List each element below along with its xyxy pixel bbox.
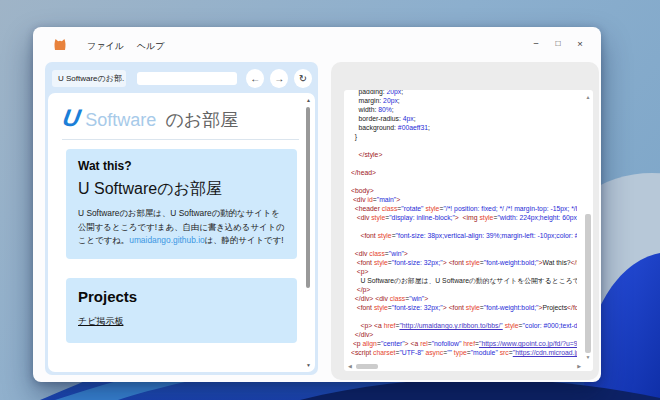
editor-hscroll-thumb[interactable]	[356, 364, 378, 369]
about-title: U Softwareのお部屋	[78, 179, 285, 200]
editor-vscrollbar[interactable]: ▲ ▼	[583, 90, 593, 362]
browser-scrollbar[interactable]: ▲ ▼	[303, 94, 314, 371]
projects-box: Projects チビ掲示板	[66, 278, 297, 343]
header-divider	[62, 139, 299, 140]
editor-scroll-up-icon[interactable]: ▲	[583, 94, 593, 100]
address-input[interactable]	[137, 72, 237, 85]
menubar: ファイル ヘルプ	[87, 40, 164, 53]
editor-vscroll-thumb[interactable]	[585, 214, 591, 353]
code-content: padding: 20px; margin: 20px; width: 80%;…	[351, 90, 577, 357]
code-line: <p align="center"> <a rel="nofollow" hre…	[351, 339, 577, 348]
projects-heading: Projects	[78, 288, 285, 305]
code-line: <p> <a href="http://umaidango.y.ribbon.t…	[351, 321, 577, 330]
browser-toolbar: U Softwareのお部. ← → ↻	[52, 66, 312, 90]
bbs-link[interactable]: チビ掲示板	[78, 315, 123, 328]
code-line: background: #00aeff31;	[351, 123, 577, 132]
about-heading: Wat this?	[78, 159, 285, 173]
code-line: <p>	[351, 267, 577, 276]
code-line: margin: 20px;	[351, 96, 577, 105]
editor-scroll-down-icon[interactable]: ▼	[583, 354, 593, 360]
code-line: </p>	[351, 285, 577, 294]
titlebar[interactable]: ファイル ヘルプ − □ ×	[33, 27, 601, 62]
code-line: </style>	[351, 150, 577, 159]
code-line: <div class="win">	[351, 249, 577, 258]
browser-scroll-thumb[interactable]	[306, 107, 310, 288]
github-link[interactable]: umaidango.github.io	[129, 235, 204, 245]
code-editor[interactable]: padding: 20px; margin: 20px; width: 80%;…	[344, 90, 593, 371]
about-text-end: は、静的サイトです!	[205, 235, 284, 245]
browser-viewport: USoftwareのお部屋 Wat this? U Softwareのお部屋 U…	[48, 93, 315, 372]
editor-scroll-right-icon[interactable]: ▶	[577, 363, 581, 369]
site-logo-suffix: のお部屋	[165, 110, 238, 130]
forward-button[interactable]: →	[270, 69, 288, 88]
close-icon[interactable]: ×	[569, 34, 591, 52]
forward-icon: →	[274, 73, 284, 84]
back-button[interactable]: ←	[246, 69, 264, 88]
code-line: width: 80%;	[351, 105, 577, 114]
scroll-up-icon[interactable]: ▲	[303, 97, 314, 103]
page-title-chip: U Softwareのお部.	[52, 70, 126, 87]
code-line	[351, 222, 577, 231]
editor-scroll-left-icon[interactable]: ◀	[348, 363, 352, 369]
code-line	[351, 312, 577, 321]
code-line	[351, 240, 577, 249]
site-header: USoftwareのお部屋	[63, 104, 299, 132]
editor-hscrollbar[interactable]: ◀ ▶	[346, 362, 583, 371]
about-box: Wat this? U Softwareのお部屋 U Softwareのお部屋は…	[66, 149, 297, 259]
code-line: border-radius: 4px;	[351, 114, 577, 123]
code-line: <font style="font-size: 32px;"> <font st…	[351, 258, 577, 267]
maximize-icon[interactable]: □	[547, 34, 569, 52]
back-icon: ←	[250, 73, 260, 84]
refresh-icon: ↻	[299, 73, 307, 84]
code-line	[351, 141, 577, 150]
code-line	[351, 159, 577, 168]
code-line: }	[351, 132, 577, 141]
code-line: <header class="rotate" style="/*! positi…	[351, 204, 577, 213]
code-line: <div style="display: inline-block;"> <im…	[351, 213, 577, 222]
code-line: <script charset="UTF-8" async="" type="m…	[351, 348, 577, 357]
menu-file[interactable]: ファイル	[87, 40, 124, 53]
code-line: <body>	[351, 186, 577, 195]
code-line: <font style="font-size: 32px;"> <font st…	[351, 303, 577, 312]
editor-panel: padding: 20px; margin: 20px; width: 80%;…	[331, 62, 599, 380]
code-line: <div id="main">	[351, 195, 577, 204]
about-paragraph: U Softwareのお部屋は、U Softwareの動的なサイトを公開するとこ…	[78, 207, 285, 248]
scroll-down-icon[interactable]: ▼	[303, 362, 314, 368]
menu-help[interactable]: ヘルプ	[137, 40, 165, 53]
window-controls: − □ ×	[525, 34, 591, 52]
code-line	[351, 177, 577, 186]
code-line: </div>	[351, 330, 577, 339]
code-line: </div> <div class="win">	[351, 294, 577, 303]
code-line: U Softwareのお部屋は、U Softwareの動的なサイトを公開するとこ…	[351, 276, 577, 285]
refresh-button[interactable]: ↻	[294, 69, 312, 88]
site-logo-name: Software	[85, 110, 156, 130]
code-line: </head>	[351, 168, 577, 177]
minimize-icon[interactable]: −	[525, 34, 547, 52]
site-logo-mark: U	[61, 104, 83, 132]
browser-panel: U Softwareのお部. ← → ↻ USoftwareのお部屋 Wat t…	[45, 62, 318, 375]
app-icon	[52, 36, 68, 52]
app-window: ファイル ヘルプ − □ × U Softwareのお部. ← → ↻ USof…	[33, 27, 601, 382]
code-line: <font style="font-size: 38px;vertical-al…	[351, 231, 577, 240]
